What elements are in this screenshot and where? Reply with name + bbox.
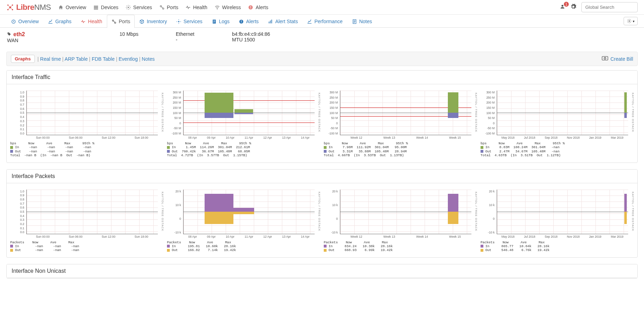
- chart-area: [26, 190, 158, 234]
- chart-area: [26, 91, 158, 135]
- graph-legend: Packets Now Ave Max In 834.24 10.38k 28.…: [324, 240, 477, 252]
- nav-devices[interactable]: Devices: [93, 5, 118, 10]
- port-description: WAN: [7, 38, 49, 43]
- nav-wireless[interactable]: Wireless: [214, 5, 241, 10]
- svg-point-20: [178, 21, 180, 22]
- chart-area: [183, 190, 315, 234]
- overview-icon: [58, 5, 64, 10]
- wireless-icon: [214, 5, 220, 10]
- portnav-notes[interactable]: Notes: [142, 56, 155, 62]
- nav-alerts[interactable]: Alerts: [248, 5, 268, 10]
- page-settings-button[interactable]: ▾: [624, 17, 638, 25]
- panel-title: Interface Traffic: [7, 71, 637, 84]
- y-axis: 20 k10 k0-10 k: [324, 190, 339, 234]
- settings-gear-icon[interactable]: [570, 4, 577, 11]
- svg-rect-30: [271, 19, 272, 23]
- svg-point-17: [13, 21, 14, 22]
- alerts-icon: [239, 19, 244, 24]
- port-subnav: Graphs | Real time | ARP Table | FDB Tab…: [6, 52, 638, 66]
- panel-traffic: Interface Traffic 1.00.90.80.70.60.50.40…: [6, 70, 638, 163]
- chart-area: [340, 190, 471, 234]
- tab-health[interactable]: Health: [76, 15, 107, 28]
- tab-services-label: Services: [183, 19, 202, 24]
- y-axis: 20 k10 k0-10 k: [167, 190, 182, 234]
- y-axis: 1.00.90.80.70.60.50.40.30.20.10.0: [10, 190, 26, 234]
- port-mac: b4:fb:e4:c9:d4:86: [232, 31, 302, 37]
- portnav-graphs[interactable]: Graphs: [11, 55, 35, 63]
- tab-notes[interactable]: Notes: [347, 15, 377, 28]
- tab-logs[interactable]: Logs: [207, 15, 234, 28]
- chart-area: [497, 91, 628, 135]
- tag-icon: [7, 32, 11, 37]
- tab-overview[interactable]: Overview: [6, 15, 43, 28]
- nav-devices-label: Devices: [101, 5, 118, 10]
- portnav-eventlog[interactable]: Eventlog: [118, 56, 137, 62]
- user-icon[interactable]: 1: [560, 4, 565, 11]
- graph-traffic-year[interactable]: 300 M250 M200 M150 M100 M50 M0-50 M-100 …: [481, 89, 634, 158]
- nav-overview[interactable]: Overview: [58, 5, 86, 10]
- svg-rect-33: [602, 57, 608, 60]
- global-search-input[interactable]: [581, 2, 638, 12]
- port-header: eth2 WAN 10 Mbps Ethernet - b4:fb:e4:c9:…: [0, 28, 644, 47]
- graph-packets-week[interactable]: 20 k10 k0-10 k 08 Apr09 Apr10 Apr11 Apr1…: [167, 188, 320, 252]
- watermark: KAYTOL / TREE OSTACK: [161, 192, 164, 231]
- tab-overview-label: Overview: [18, 19, 39, 24]
- graph-legend: bps Now Ave Max 95th % In 1.45M 114.26M …: [167, 141, 320, 158]
- notification-badge: 1: [564, 2, 569, 7]
- graph-packets-day[interactable]: 1.00.90.80.70.60.50.40.30.20.10.0 Sun 00…: [10, 188, 163, 252]
- ports-icon: [159, 5, 165, 10]
- performance-icon: [307, 19, 312, 24]
- graph-traffic-week[interactable]: 300 M250 M200 M150 M100 M50 M0-50 M-100 …: [167, 89, 320, 158]
- graph-packets-year[interactable]: 20 k10 k0-10 k May 2018Jul 2018Sep 2018N…: [481, 188, 634, 252]
- x-axis: May 2018Jul 2018Sep 2018Nov 2018Jan 2019…: [497, 136, 628, 140]
- graph-packets-month[interactable]: 20 k10 k0-10 k Week 12Week 13Week 14Week…: [324, 188, 477, 252]
- x-axis: Sun 00:00Sun 06:00Sun 12:00Sun 18:00: [26, 136, 158, 140]
- tab-notes-label: Notes: [359, 19, 372, 24]
- nav-health[interactable]: Health: [185, 5, 207, 10]
- port-type: Ethernet: [176, 31, 218, 37]
- svg-point-8: [128, 7, 129, 8]
- tab-graphs[interactable]: Graphs: [43, 15, 76, 28]
- svg-point-11: [217, 9, 218, 9]
- svg-point-15: [561, 5, 563, 7]
- devices-icon: [93, 5, 99, 10]
- watermark: KAYTOL / TREE OSTACK: [631, 192, 635, 231]
- panel-packets: Interface Packets 1.00.90.80.70.60.50.40…: [6, 169, 638, 258]
- svg-rect-13: [251, 6, 251, 8]
- x-axis: May 2018Jul 2018Sep 2018Nov 2018Jan 2019…: [497, 235, 628, 239]
- graph-legend: Packets Now Ave Max In -nan -nan -nan Ou…: [10, 240, 163, 252]
- services-icon: [125, 5, 131, 10]
- port-mtu: MTU 1500: [232, 37, 302, 42]
- panel-title: Interface Packets: [7, 170, 637, 183]
- portnav-real-time[interactable]: Real time: [40, 56, 61, 62]
- tab-alert-stats[interactable]: Alert Stats: [263, 15, 303, 28]
- create-bill-link[interactable]: Create Bill: [610, 56, 633, 62]
- inventory-icon: [139, 19, 144, 24]
- nav-overview-label: Overview: [66, 5, 86, 10]
- nav-services[interactable]: Services: [125, 5, 152, 10]
- alert-stats-icon: [268, 19, 273, 24]
- portnav-arp-table[interactable]: ARP Table: [65, 56, 88, 62]
- tab-inventory[interactable]: Inventory: [135, 15, 172, 28]
- nav-ports[interactable]: Ports: [159, 5, 179, 10]
- svg-rect-22: [213, 20, 215, 21]
- graph-legend: Packets Now Ave Max In 865.77 10.04k 28.…: [481, 240, 634, 252]
- logs-icon: [212, 19, 217, 24]
- graph-traffic-day[interactable]: 1.00.90.80.70.60.50.40.30.20.10.0 Sun 00…: [10, 89, 163, 158]
- tab-alerts[interactable]: Alerts: [234, 15, 263, 28]
- brand-logo[interactable]: LibreNMS: [6, 3, 51, 12]
- tab-services[interactable]: Services: [172, 15, 207, 28]
- portnav-fdb-table[interactable]: FDB Table: [92, 56, 115, 62]
- graph-traffic-month[interactable]: 300 M250 M200 M150 M100 M50 M0-50 M-100 …: [324, 89, 477, 158]
- tab-ports[interactable]: Ports: [107, 15, 135, 28]
- services-icon: [176, 19, 181, 24]
- ports-icon: [111, 19, 117, 24]
- watermark: KAYTOL / TREE OSTACK: [318, 192, 321, 231]
- x-axis: Week 12Week 13Week 14Week 15: [340, 136, 471, 140]
- tab-performance[interactable]: Performance: [302, 15, 347, 28]
- port-type2: -: [176, 37, 218, 42]
- port-name[interactable]: eth2: [13, 31, 25, 38]
- svg-rect-24: [213, 22, 214, 22]
- graph-legend: Packets Now Ave Max In 195.81 10.60k 28.…: [167, 240, 320, 252]
- tab-alert-stats-label: Alert Stats: [275, 19, 298, 24]
